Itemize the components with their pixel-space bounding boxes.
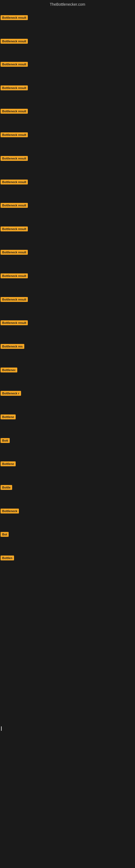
bottleneck-badge[interactable]: Bottlene [1,414,16,420]
bottleneck-badge[interactable]: Bottleneck result [1,273,28,278]
bottleneck-item-2: Bottleneck result [1,39,28,45]
bottleneck-item-6: Bottleneck result [1,132,28,138]
bottleneck-item-12: Bottleneck result [1,273,28,279]
bottleneck-badge[interactable]: Bott [1,438,10,443]
bottleneck-item-14: Bottleneck result [1,320,28,326]
bottleneck-badge[interactable]: Bot [1,532,9,537]
bottleneck-item-8: Bottleneck result [1,180,28,186]
bottleneck-item-18: Bottlene [1,414,16,421]
bottleneck-badge[interactable]: Bottleneck result [1,250,28,255]
bottleneck-item-11: Bottleneck result [1,250,28,256]
bottleneck-badge[interactable]: Bottlenec [1,368,17,372]
bottleneck-item-10: Bottleneck result [1,226,28,232]
bottleneck-badge[interactable]: Bottleneck res [1,344,24,349]
bottleneck-badge[interactable]: Bottleneck result [1,297,28,302]
site-title: TheBottlenecker.com [0,0,135,8]
bottleneck-badge[interactable]: Bottlen [1,556,14,560]
bottleneck-badge[interactable]: Bottlene [1,461,16,466]
bottleneck-item-20: Bottlene [1,461,16,467]
bottleneck-badge[interactable]: Bottleneck result [1,180,28,184]
text-cursor [1,726,2,731]
bottleneck-badge[interactable]: Bottleneck [1,508,19,514]
bottleneck-item-19: Bott [1,438,10,444]
bottleneck-badge[interactable]: Bottleneck r [1,391,21,396]
bottleneck-badge[interactable]: Bottleneck result [1,15,28,20]
bottleneck-item-22: Bottleneck [1,508,19,515]
site-header: TheBottlenecker.com [0,0,135,8]
bottleneck-badge[interactable]: Bottle [1,485,12,490]
bottleneck-item-5: Bottleneck result [1,109,28,115]
bottleneck-item-7: Bottleneck result [1,156,28,162]
bottleneck-item-24: Bottlen [1,556,14,561]
bottleneck-badge[interactable]: Bottleneck result [1,86,28,90]
bottleneck-item-23: Bot [1,532,9,538]
bottleneck-badge[interactable]: Bottleneck result [1,132,28,137]
bottleneck-item-13: Bottleneck result [1,297,28,303]
bottleneck-item-3: Bottleneck result [1,62,28,68]
bottleneck-badge[interactable]: Bottleneck result [1,62,28,67]
bottleneck-badge[interactable]: Bottleneck result [1,320,28,325]
bottleneck-badge[interactable]: Bottleneck result [1,39,28,44]
bottleneck-item-15: Bottleneck res [1,344,24,350]
bottleneck-badge[interactable]: Bottleneck result [1,226,28,231]
bottleneck-item-17: Bottleneck r [1,391,21,397]
bottleneck-item-16: Bottlenec [1,368,17,373]
bottleneck-badge[interactable]: Bottleneck result [1,203,28,208]
bottleneck-badge[interactable]: Bottleneck result [1,109,28,114]
bottleneck-item-21: Bottle [1,485,12,491]
bottleneck-item-9: Bottleneck result [1,203,28,209]
bottleneck-badge[interactable]: Bottleneck result [1,156,28,161]
items-container: Bottleneck resultBottleneck resultBottle… [0,8,135,868]
bottleneck-item-1: Bottleneck result [1,15,28,21]
bottleneck-item-4: Bottleneck result [1,86,28,91]
